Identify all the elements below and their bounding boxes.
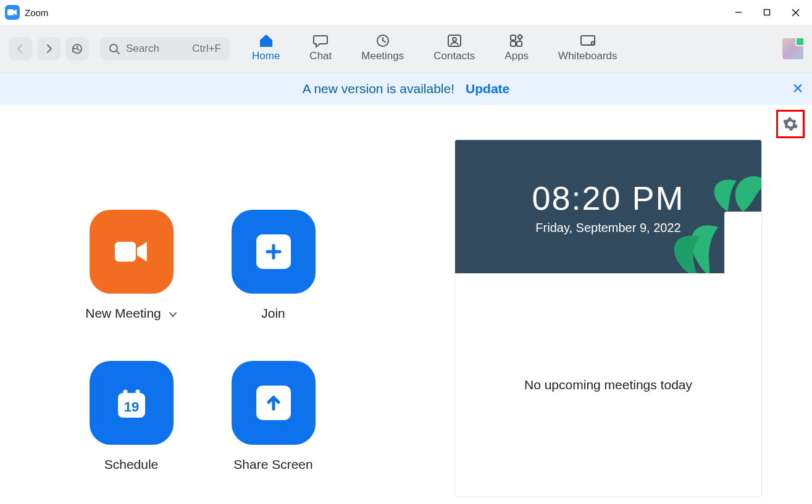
banner-close-button[interactable]	[793, 83, 802, 96]
svg-rect-27	[724, 212, 761, 273]
contacts-icon	[446, 33, 463, 49]
history-button[interactable]	[65, 37, 89, 60]
plus-icon	[256, 234, 291, 269]
svg-rect-11	[511, 41, 516, 46]
share-screen-label: Share Screen	[233, 457, 312, 472]
clock-date: Friday, September 9, 2022	[535, 221, 680, 235]
no-meetings-text: No upcoming meetings today	[524, 378, 692, 392]
chat-icon	[312, 33, 329, 49]
search-shortcut: Ctrl+F	[192, 43, 221, 55]
main-content: New Meeting Join 1	[0, 105, 812, 504]
toolbar: Search Ctrl+F Home Chat Meetings Contact…	[0, 25, 812, 73]
whiteboard-icon	[579, 33, 596, 49]
tab-chat[interactable]: Chat	[309, 25, 332, 72]
schedule-tile: 19 Schedule	[64, 361, 199, 500]
schedule-label: Schedule	[104, 457, 159, 472]
update-banner: A new version is available! Update	[0, 73, 812, 105]
window-title: Zoom	[25, 7, 48, 18]
tab-whiteboards[interactable]: Whiteboards	[558, 25, 617, 72]
svg-rect-0	[7, 9, 14, 15]
svg-point-5	[110, 44, 117, 52]
join-button[interactable]	[232, 210, 316, 294]
home-icon	[258, 33, 274, 49]
update-link[interactable]: Update	[466, 81, 509, 96]
search-placeholder: Search	[126, 43, 159, 55]
search-icon	[109, 43, 120, 54]
maximize-button[interactable]	[753, 0, 781, 25]
svg-rect-12	[517, 41, 522, 46]
apps-icon	[509, 33, 525, 49]
nav-tabs: Home Chat Meetings Contacts Apps Whitebo…	[230, 25, 774, 72]
clock-hero: 08:20 PM Friday, September 9, 2022	[455, 140, 761, 273]
new-meeting-tile: New Meeting	[64, 210, 199, 349]
svg-line-6	[117, 51, 119, 54]
action-panel: New Meeting Join 1	[0, 105, 404, 504]
clock-card: 08:20 PM Friday, September 9, 2022 No up…	[454, 139, 762, 497]
svg-point-15	[591, 42, 594, 45]
tab-contacts[interactable]: Contacts	[433, 25, 475, 72]
profile-avatar[interactable]	[782, 38, 803, 59]
svg-rect-23	[124, 392, 127, 397]
svg-rect-10	[511, 35, 516, 40]
clock-time: 08:20 PM	[532, 179, 684, 217]
arrow-up-icon	[256, 386, 291, 420]
clock-icon	[375, 33, 390, 49]
minimize-button[interactable]	[724, 0, 753, 25]
svg-text:19: 19	[123, 399, 138, 415]
zoom-app-icon	[5, 5, 20, 20]
nav-back-button[interactable]	[9, 37, 32, 60]
join-tile: Join	[206, 210, 341, 349]
new-meeting-label: New Meeting	[85, 306, 161, 321]
svg-rect-18	[115, 242, 136, 262]
tab-meetings[interactable]: Meetings	[361, 25, 404, 72]
schedule-button[interactable]: 19	[90, 361, 174, 445]
share-screen-button[interactable]	[232, 361, 316, 445]
new-meeting-button[interactable]	[90, 210, 174, 294]
share-screen-tile: Share Screen	[206, 361, 341, 500]
tab-home[interactable]: Home	[252, 25, 280, 72]
svg-rect-25	[136, 392, 139, 397]
video-icon	[112, 238, 151, 265]
upcoming-meetings: No upcoming meetings today	[455, 273, 761, 497]
svg-rect-2	[764, 10, 770, 15]
svg-point-9	[453, 38, 456, 41]
join-label: Join	[261, 306, 285, 321]
calendar-icon: 19	[112, 383, 151, 423]
search-input[interactable]: Search Ctrl+F	[100, 37, 230, 60]
nav-forward-button[interactable]	[37, 37, 61, 60]
titlebar: Zoom	[0, 0, 812, 25]
chevron-down-icon[interactable]	[169, 306, 177, 321]
settings-button[interactable]	[776, 110, 805, 138]
banner-text: A new version is available!	[303, 81, 454, 96]
info-panel: 08:20 PM Friday, September 9, 2022 No up…	[404, 105, 812, 504]
plant-decoration	[669, 168, 761, 273]
tab-apps[interactable]: Apps	[504, 25, 529, 72]
close-button[interactable]	[781, 0, 810, 25]
